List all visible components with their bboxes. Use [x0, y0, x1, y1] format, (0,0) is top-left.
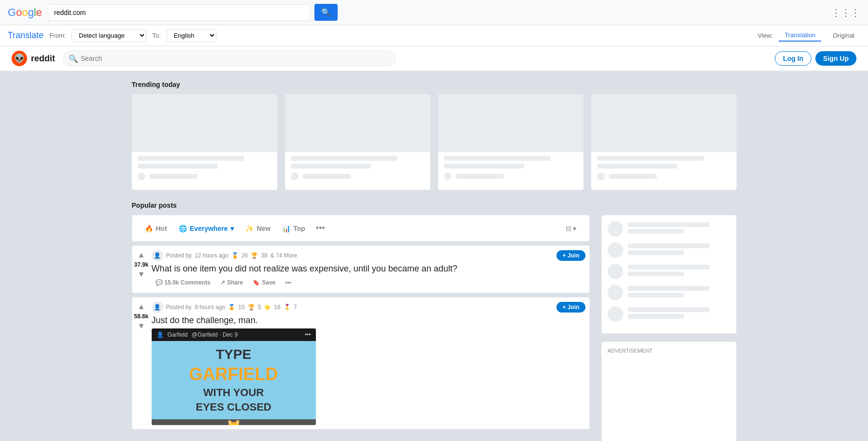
apps-grid-icon[interactable]: ⋮⋮⋮: [831, 7, 860, 18]
share-button[interactable]: ↗ Share: [216, 276, 247, 289]
sidebar-skeleton-item: [608, 264, 730, 279]
post-title[interactable]: Just do the challenge, man.: [152, 315, 585, 326]
skeleton-line: [628, 243, 710, 248]
from-language-select[interactable]: Detect language: [71, 29, 146, 42]
trending-section: Trending today: [132, 81, 737, 190]
post-time: 12 hours ago: [195, 252, 228, 259]
more-post-options-button[interactable]: •••: [281, 276, 295, 289]
sidebar-skeleton-item: [608, 306, 730, 322]
award-count-2: 38: [261, 252, 267, 259]
posted-by-label: Posted by: [166, 304, 192, 311]
garfield-handle: @Garfield · Dec 9: [192, 331, 238, 338]
post-actions: 💬 15.0k Comments ↗ Share 🔖 Save •••: [152, 276, 585, 289]
save-button[interactable]: 🔖 Save: [249, 276, 279, 289]
skeleton-line: [628, 265, 710, 270]
reddit-search-icon: 🔍: [69, 54, 78, 63]
chevron-down-icon: ▾: [230, 225, 234, 232]
reddit-logo-link[interactable]: 👽 reddit: [12, 51, 55, 66]
popular-section: 🔥 Hot 🌐 Everywhere ▾ ✨ New 📊 Top ••: [132, 215, 737, 441]
ad-label: ADVERTISEMENT: [602, 342, 736, 357]
post-title[interactable]: What is one item you did not realize was…: [152, 263, 585, 274]
sidebar-skeleton-lines: [628, 265, 730, 278]
save-icon: 🔖: [253, 279, 260, 286]
more-filters-button[interactable]: •••: [312, 220, 329, 236]
sidebar-skeleton-item: [608, 221, 730, 237]
search-box-wrapper: 🔍: [48, 4, 338, 21]
hot-filter-button[interactable]: 🔥 Hot: [140, 222, 172, 235]
award-count-2: 5: [258, 304, 261, 311]
sparkle-icon: ✨: [245, 225, 254, 232]
trending-card[interactable]: [438, 94, 583, 190]
trending-card-body: [438, 152, 583, 184]
skeleton-line: [138, 156, 245, 161]
skeleton-line: [291, 164, 371, 169]
skeleton-text: [149, 174, 198, 179]
to-label: To:: [152, 32, 160, 39]
trending-card-image: [438, 94, 583, 152]
trending-card-body: [591, 152, 737, 184]
skeleton-line: [628, 229, 684, 234]
header-right: Log In Sign Up: [775, 51, 856, 66]
google-logo: Google: [8, 6, 42, 19]
join-button[interactable]: + Join: [556, 302, 585, 313]
share-icon: ↗: [220, 279, 225, 286]
trending-card[interactable]: [132, 94, 277, 190]
award-count-3: 16: [274, 304, 280, 311]
trending-card[interactable]: [285, 94, 430, 190]
everywhere-filter-button[interactable]: 🌐 Everywhere ▾: [174, 222, 239, 235]
avatar: 👤: [152, 250, 163, 261]
trending-grid: [132, 94, 737, 190]
downvote-button[interactable]: ▼: [137, 269, 146, 280]
skeleton-line: [628, 314, 684, 319]
google-search-button[interactable]: 🔍: [314, 4, 338, 21]
upvote-button[interactable]: ▲: [137, 250, 146, 260]
award-badge-2: 🏆: [248, 304, 255, 311]
google-search-input[interactable]: [48, 4, 311, 21]
top-filter-button[interactable]: 📊 Top: [277, 222, 310, 235]
layout-button[interactable]: ⊟ ▾: [561, 222, 582, 235]
skeleton-line: [628, 293, 684, 298]
sidebar-card: [601, 215, 737, 334]
original-view-button[interactable]: Original: [827, 30, 860, 41]
skeleton-text: [302, 174, 351, 179]
translation-view-button[interactable]: Translation: [779, 29, 821, 42]
main-content: Trending today: [120, 71, 748, 441]
join-button[interactable]: + Join: [556, 250, 585, 261]
layout-grid-icon: ⊟ ▾: [566, 225, 577, 232]
avatar-icon: 👤: [154, 252, 161, 259]
vote-count: 37.9k: [134, 261, 149, 268]
comments-button[interactable]: 💬 15.0k Comments: [152, 276, 214, 289]
reddit-snoo-icon: 👽: [14, 53, 25, 64]
skeleton-line: [628, 307, 710, 312]
award-count-4: 7: [294, 304, 297, 311]
skeleton-line: [628, 222, 710, 227]
skeleton-line: [628, 250, 684, 255]
reddit-header: 👽 reddit 🔍 Log In Sign Up: [0, 46, 868, 71]
reddit-search-input[interactable]: [63, 50, 396, 67]
reddit-icon: 👽: [12, 51, 27, 66]
posts-filter-bar: 🔥 Hot 🌐 Everywhere ▾ ✨ New 📊 Top ••: [132, 215, 590, 242]
view-label: View:: [758, 32, 773, 39]
skeleton-line: [597, 164, 677, 169]
upvote-button[interactable]: ▲: [137, 301, 146, 312]
trending-card-image: [285, 94, 430, 152]
post-embedded-image: 👤 Garfield @Garfield · Dec 9 ••• TYPE GA…: [152, 328, 316, 425]
login-button[interactable]: Log In: [775, 51, 811, 66]
award-badge-1: 🏅: [231, 252, 239, 259]
downvote-button[interactable]: ▼: [137, 321, 146, 331]
skeleton-line: [597, 156, 704, 161]
sidebar-skeleton-dot: [608, 242, 623, 258]
signup-button[interactable]: Sign Up: [815, 51, 856, 66]
trending-card[interactable]: [591, 94, 737, 190]
garfield-text-name: GARFIELD: [189, 364, 278, 384]
to-language-select[interactable]: English: [167, 29, 216, 42]
fire-icon: 🔥: [145, 225, 153, 232]
trending-card-body: [285, 152, 430, 184]
trending-title: Trending today: [132, 81, 737, 88]
garfield-cat-icon: 🐱: [227, 419, 241, 425]
sidebar-skeleton-item: [608, 285, 730, 300]
avatar: 👤: [152, 301, 163, 313]
garfield-topbar: 👤 Garfield @Garfield · Dec 9 •••: [152, 328, 316, 341]
avatar-icon: 👤: [154, 304, 161, 311]
new-filter-button[interactable]: ✨ New: [241, 222, 275, 235]
